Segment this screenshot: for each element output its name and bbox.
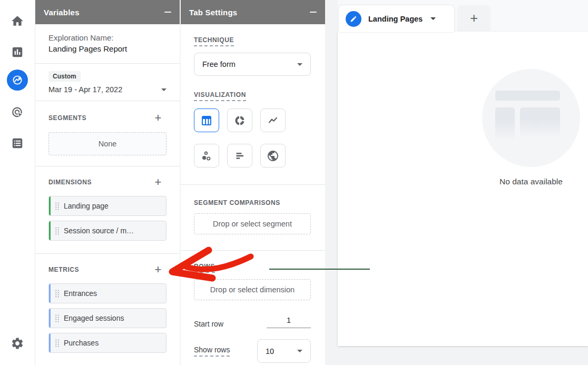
- donut-chart-icon: [233, 114, 246, 127]
- drag-handle-icon: [55, 226, 60, 235]
- field-chip[interactable]: Entrances: [48, 283, 166, 303]
- metrics-chip-list: Entrances Engaged sessions Purchases: [48, 283, 166, 353]
- tab-landing-pages[interactable]: Landing Pages: [339, 5, 454, 32]
- start-row-input[interactable]: 1: [267, 316, 311, 328]
- variables-panel: Variables Exploration Name: Landing Page…: [35, 0, 180, 365]
- dimensions-section: DIMENSIONS + Landing page Session source…: [35, 166, 180, 253]
- add-metric-button[interactable]: +: [152, 263, 164, 276]
- add-dimension-button[interactable]: +: [152, 176, 164, 189]
- bar-chart-icon: [11, 45, 24, 59]
- nav-library-button[interactable]: [9, 135, 25, 151]
- segment-comparisons-label: SEGMENT COMPARISONS: [194, 199, 280, 206]
- segments-empty-dropzone[interactable]: None: [48, 132, 166, 155]
- drag-handle-icon: [55, 339, 60, 348]
- list-icon: [11, 136, 24, 150]
- chip-color-bar: [49, 284, 51, 303]
- nav-home-button[interactable]: [9, 13, 25, 29]
- add-segment-button[interactable]: +: [152, 112, 164, 124]
- field-chip[interactable]: Purchases: [48, 333, 166, 353]
- new-tab-button[interactable]: +: [457, 5, 491, 31]
- target-cursor-icon: [11, 106, 24, 120]
- chip-color-bar: [49, 221, 51, 240]
- pencil-icon: [350, 15, 357, 23]
- chevron-down-icon: [297, 350, 302, 352]
- chip-label: Landing page: [64, 202, 113, 210]
- minimize-icon[interactable]: [164, 12, 171, 13]
- chevron-down-icon: [297, 63, 302, 66]
- metrics-section: METRICS + Entrances Engaged sessions: [35, 254, 180, 365]
- segments-section: SEGMENTS + None: [35, 101, 180, 166]
- divider: [181, 250, 325, 251]
- viz-geo-button[interactable]: [260, 144, 286, 167]
- date-custom-badge: Custom: [48, 71, 81, 82]
- chip-label: Session source / m…: [64, 226, 138, 235]
- tab-settings-panel-header: Tab Settings: [181, 0, 325, 24]
- nav-explore-button-active[interactable]: [7, 70, 28, 91]
- chip-color-bar: [49, 333, 51, 352]
- viz-donut-button[interactable]: [227, 108, 252, 132]
- date-range-selector[interactable]: Mar 19 - Apr 17, 2022: [48, 85, 166, 94]
- table-chart-icon: [200, 114, 213, 127]
- rows-label: ROWS: [194, 263, 215, 273]
- explore-icon: [11, 74, 24, 86]
- visualization-options: [194, 108, 311, 167]
- no-data-message: No data available: [457, 177, 588, 186]
- chip-color-bar: [49, 196, 51, 215]
- drag-handle-icon: [55, 289, 60, 298]
- exploration-name-section[interactable]: Exploration Name: Landing Pages Report: [35, 24, 180, 63]
- field-chip[interactable]: Session source / m…: [48, 221, 166, 241]
- field-chip[interactable]: Engaged sessions: [48, 308, 166, 328]
- chip-label: Engaged sessions: [64, 314, 128, 322]
- variables-panel-header: Variables: [35, 0, 180, 24]
- nav-advertising-button[interactable]: [9, 105, 25, 121]
- viz-table-button[interactable]: [194, 108, 219, 132]
- bar-rows-icon: [233, 150, 246, 162]
- visualization-label: VISUALIZATION: [194, 91, 246, 101]
- globe-icon: [267, 150, 279, 162]
- empty-state-right-block: [520, 107, 560, 138]
- chevron-down-icon[interactable]: [430, 17, 436, 20]
- show-rows-value: 10: [266, 347, 274, 356]
- report-canvas: No data available: [338, 32, 588, 346]
- date-range-section: Custom Mar 19 - Apr 17, 2022: [35, 64, 180, 101]
- edit-tab-bubble[interactable]: [346, 11, 361, 27]
- date-range-value: Mar 19 - Apr 17, 2022: [48, 85, 122, 94]
- technique-label: TECHNIQUE: [194, 36, 234, 46]
- show-rows-select[interactable]: 10: [257, 339, 311, 363]
- chip-label: Purchases: [64, 339, 103, 347]
- gear-icon: [11, 337, 24, 350]
- minimize-icon[interactable]: [310, 12, 317, 13]
- tab-settings-panel-title: Tab Settings: [189, 8, 237, 17]
- rows-dropzone[interactable]: Drop or select dimension: [194, 279, 311, 300]
- chip-color-bar: [49, 309, 51, 328]
- chip-label: Entrances: [64, 289, 101, 298]
- empty-state-left-column: [495, 107, 515, 141]
- tab-settings-panel: Tab Settings TECHNIQUE Free form VISUALI…: [181, 0, 325, 365]
- exploration-name-label: Exploration Name:: [48, 32, 166, 43]
- field-chip[interactable]: Landing page: [48, 196, 166, 216]
- dimensions-label: DIMENSIONS: [48, 179, 92, 186]
- technique-select[interactable]: Free form: [194, 53, 311, 76]
- chevron-down-icon: [161, 88, 166, 91]
- drag-handle-icon: [55, 202, 60, 211]
- empty-state-illustration: [482, 69, 580, 167]
- line-chart-icon: [267, 114, 279, 127]
- viz-scatter-button[interactable]: [194, 144, 219, 167]
- viz-bar-button[interactable]: [227, 144, 252, 167]
- nav-admin-button[interactable]: [9, 336, 25, 351]
- bubble-chart-icon: [200, 150, 213, 162]
- segment-comparisons-dropzone[interactable]: Drop or select segment: [194, 213, 311, 234]
- show-rows-label: Show rows: [194, 346, 230, 357]
- tab-strip: Landing Pages +: [338, 0, 588, 32]
- viz-line-button[interactable]: [260, 108, 286, 132]
- drag-handle-icon: [55, 314, 60, 323]
- divider: [181, 184, 325, 185]
- exploration-name-value[interactable]: Landing Pages Report: [48, 43, 166, 55]
- metrics-label: METRICS: [48, 266, 79, 273]
- variables-panel-title: Variables: [44, 8, 80, 17]
- technique-value: Free form: [202, 60, 236, 68]
- tab-label: Landing Pages: [368, 15, 423, 23]
- empty-state-topbar: [495, 91, 560, 101]
- nav-reports-button[interactable]: [9, 44, 25, 60]
- left-nav-rail: [0, 0, 35, 365]
